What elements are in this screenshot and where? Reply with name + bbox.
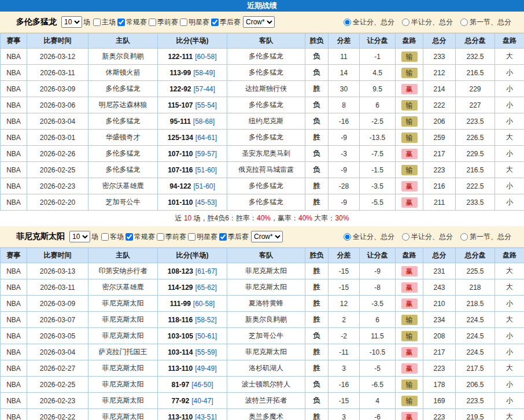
column-header: 总分 — [423, 248, 456, 263]
point-diff-cell: -2 — [329, 328, 360, 344]
handicap-result-badge: 输 — [401, 100, 418, 110]
league-cell: NBA — [1, 65, 27, 81]
handicap-result-cell: 输 — [396, 162, 423, 178]
league-cell: NBA — [1, 178, 27, 194]
away-team-cell: 新奥尔良鹈鹕 — [227, 312, 305, 328]
filter-option[interactable]: 季后赛 — [218, 232, 249, 242]
filter-checkbox[interactable] — [188, 233, 195, 241]
score-cell: 101-110[45-53] — [158, 194, 227, 211]
column-header: 胜负 — [305, 34, 329, 49]
half-score: [64-61] — [195, 134, 217, 142]
date-cell: 2026-03-05 — [27, 328, 88, 344]
total-line-cell: 223.5 — [456, 393, 495, 409]
bookmaker-select[interactable]: Crow* — [251, 231, 283, 242]
filter-option[interactable]: 常规赛 — [124, 232, 155, 242]
home-team-cell: 芝加哥公牛 — [88, 194, 158, 211]
odds-mode-radio[interactable] — [402, 19, 409, 26]
filter-checkbox[interactable] — [149, 19, 156, 26]
game-row: NBA2026-03-11休斯顿火箭113-99[58-49]多伦多猛龙负144… — [1, 65, 524, 81]
handicap-line-cell: 4.5 — [360, 65, 396, 81]
odds-mode-option[interactable]: 第一节、总分 — [459, 17, 511, 27]
league-cell: NBA — [1, 146, 27, 162]
filter-checkbox[interactable] — [180, 19, 187, 26]
games-table-body: NBA2026-03-13印第安纳步行者108-123[61-67]菲尼克斯太阳… — [1, 263, 524, 420]
column-header: 主队 — [88, 34, 158, 49]
odds-mode-option[interactable]: 半让分、总分 — [400, 17, 453, 27]
game-row: NBA2026-02-25菲尼克斯太阳81-97[46-50]波士顿凯尔特人负-… — [1, 377, 524, 393]
point-diff-cell: 3 — [329, 409, 360, 420]
bookmaker-select[interactable]: Crow* — [243, 16, 275, 28]
filter-option[interactable]: 季前赛 — [147, 17, 178, 27]
odds-mode-option[interactable]: 全让分、总分 — [342, 17, 394, 27]
filter-checkbox[interactable] — [219, 233, 227, 241]
odds-mode-radio[interactable] — [402, 233, 409, 241]
games-count-select[interactable]: 10 — [69, 231, 90, 242]
odds-mode-option[interactable]: 半让分、总分 — [400, 232, 453, 242]
score-cell: 113-110[43-51] — [158, 409, 227, 420]
filter-option[interactable]: 客场 — [100, 232, 124, 242]
over-under-cell: 大 — [495, 409, 524, 420]
game-row: NBA2026-02-20芝加哥公牛101-110[45-53]多伦多猛龙胜-9… — [1, 194, 524, 211]
column-header: 客队 — [227, 34, 305, 49]
filter-option[interactable]: 季前赛 — [156, 232, 186, 242]
point-diff-cell: 12 — [329, 296, 360, 312]
filter-group: 主场常规赛季前赛明星赛季后赛 — [92, 17, 241, 27]
handicap-result-badge: 输 — [401, 68, 418, 78]
handicap-result-badge: 赢 — [401, 347, 418, 358]
score-cell: 122-92[57-44] — [158, 81, 227, 97]
game-row: NBA2026-03-04多伦多猛龙95-111[58-68]纽约尼克斯负-16… — [1, 113, 524, 130]
column-header: 客队 — [227, 248, 305, 263]
odds-mode-option[interactable]: 全让分、总分 — [342, 232, 394, 242]
odds-mode-option[interactable]: 第一节、总分 — [459, 232, 511, 242]
handicap-line-cell: -10.5 — [360, 344, 396, 360]
filter-option[interactable]: 主场 — [92, 17, 116, 27]
total-points-cell: 178 — [423, 377, 456, 393]
home-team-cell: 菲尼克斯太阳 — [88, 393, 158, 409]
handicap-line-cell: -1 — [360, 49, 396, 65]
handicap-result-cell: 输 — [396, 312, 423, 328]
result-cell: 胜 — [305, 344, 329, 360]
handicap-result-badge: 赢 — [401, 299, 418, 309]
handicap-result-cell: 输 — [396, 113, 423, 130]
home-team-cell: 菲尼克斯太阳 — [88, 409, 158, 420]
odds-mode-radio[interactable] — [460, 19, 468, 26]
game-row: NBA2026-03-13印第安纳步行者108-123[61-67]菲尼克斯太阳… — [1, 263, 524, 279]
column-header: 让分盘 — [360, 248, 396, 263]
games-count-select[interactable]: 10 — [61, 16, 82, 28]
games-unit-label: 场 — [83, 17, 90, 27]
column-header: 比赛时间 — [27, 34, 88, 49]
home-team-cell: 印第安纳步行者 — [88, 263, 158, 279]
total-points-cell: 214 — [423, 81, 456, 97]
half-score: [57-44] — [194, 85, 215, 93]
full-score: 118-116 — [168, 316, 193, 324]
odds-mode-radio[interactable] — [460, 233, 468, 241]
filter-option[interactable]: 明星赛 — [187, 232, 217, 242]
column-header: 分差 — [329, 248, 360, 263]
filter-checkbox[interactable] — [101, 233, 109, 241]
handicap-result-cell: 赢 — [396, 344, 423, 360]
handicap-line-cell: -6.5 — [360, 377, 396, 393]
over-under-cell: 小 — [495, 97, 524, 113]
point-diff-cell: 11 — [329, 49, 360, 65]
full-score: 95-111 — [170, 117, 191, 126]
filter-checkbox[interactable] — [157, 233, 164, 241]
handicap-result-badge: 赢 — [401, 84, 418, 94]
filter-option[interactable]: 常规赛 — [116, 17, 147, 27]
odds-mode-radio[interactable] — [344, 19, 351, 26]
filter-checkbox[interactable] — [117, 19, 125, 26]
half-score: [58-52] — [195, 316, 216, 324]
filter-label: 主场 — [102, 17, 116, 27]
filter-label: 季前赛 — [157, 17, 178, 27]
filter-checkbox[interactable] — [93, 19, 101, 26]
league-cell: NBA — [1, 409, 27, 420]
odds-mode-radio[interactable] — [344, 233, 351, 241]
filter-option[interactable]: 明星赛 — [179, 17, 209, 27]
filter-checkbox[interactable] — [211, 19, 219, 26]
half-score: [43-51] — [195, 413, 216, 420]
filter-option[interactable]: 季后赛 — [210, 17, 241, 27]
filter-checkbox[interactable] — [126, 233, 133, 241]
handicap-result-badge: 输 — [401, 165, 418, 175]
game-row: NBA2026-03-11密尔沃基雄鹿114-129[65-62]菲尼克斯太阳胜… — [1, 279, 524, 296]
full-score: 77-92 — [171, 397, 189, 405]
game-row: NBA2026-03-05菲尼克斯太阳103-105[50-61]芝加哥公牛负-… — [1, 328, 524, 344]
